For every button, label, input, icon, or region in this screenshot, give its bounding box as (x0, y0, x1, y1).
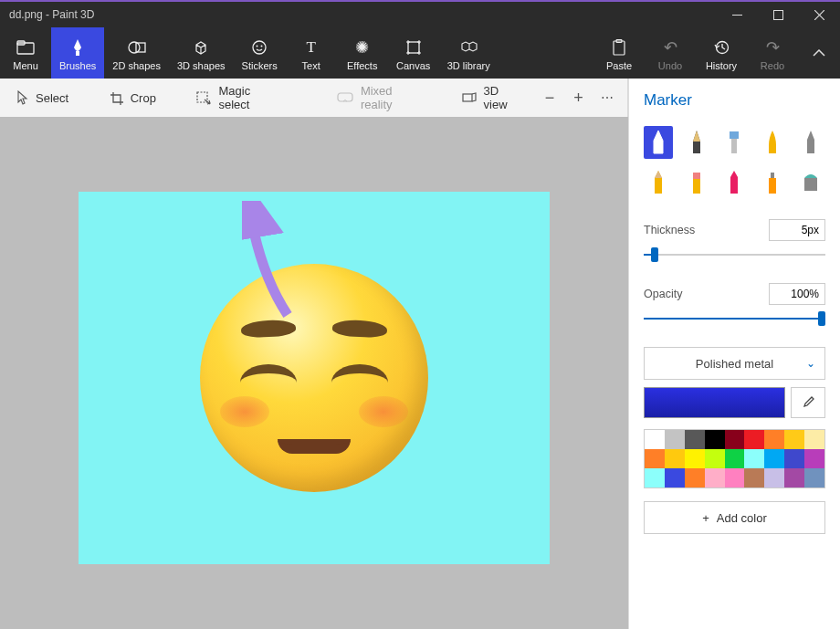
canvas-area[interactable] (0, 117, 628, 629)
palette-swatch[interactable] (705, 449, 725, 468)
canvas-tab[interactable]: Canvas (388, 27, 439, 79)
redo-label: Redo (761, 60, 784, 71)
svg-rect-23 (804, 178, 817, 191)
text-tab[interactable]: T Text (286, 27, 337, 79)
thickness-input[interactable] (769, 219, 825, 241)
3d-view-button[interactable]: 3D view (452, 84, 530, 111)
current-color-swatch[interactable] (644, 387, 785, 418)
crop-button[interactable]: Crop (100, 84, 165, 111)
palette-swatch[interactable] (645, 430, 665, 449)
canvas[interactable] (79, 192, 550, 564)
palette-swatch[interactable] (725, 468, 745, 487)
palette-swatch[interactable] (804, 449, 824, 468)
thickness-slider[interactable] (644, 246, 825, 263)
palette-swatch[interactable] (705, 468, 725, 487)
ribbon: Menu Brushes 2D shapes 3D shapes Sticker… (0, 27, 840, 79)
palette-swatch[interactable] (764, 430, 784, 449)
palette-swatch[interactable] (685, 468, 705, 487)
brush-marker[interactable] (644, 126, 673, 159)
collapse-ribbon-button[interactable] (798, 27, 840, 79)
add-color-button[interactable]: + Add color (644, 501, 825, 534)
effects-tab[interactable]: ✺ Effects (337, 27, 388, 79)
svg-rect-17 (730, 131, 739, 139)
brush-pixel[interactable] (796, 126, 825, 159)
opacity-slider[interactable] (644, 310, 825, 327)
minimize-button[interactable] (717, 2, 758, 27)
zoom-out-button[interactable]: − (537, 84, 562, 111)
palette-swatch[interactable] (665, 468, 685, 487)
palette-swatch[interactable] (705, 430, 725, 449)
svg-rect-20 (693, 179, 700, 194)
brush-crayon[interactable] (720, 166, 750, 199)
magic-select-label: Magic select (218, 84, 278, 111)
palette-swatch[interactable] (665, 449, 685, 468)
svg-rect-21 (769, 178, 776, 194)
add-color-label: Add color (717, 511, 767, 525)
3d-library-tab[interactable]: 3D library (439, 27, 499, 79)
palette-swatch[interactable] (744, 449, 764, 468)
palette-swatch[interactable] (744, 430, 764, 449)
paste-button[interactable]: Paste (593, 27, 645, 79)
3d-shapes-tab[interactable]: 3D shapes (169, 27, 234, 79)
redo-button[interactable]: ↷ Redo (747, 27, 798, 79)
magic-select-button[interactable]: Magic select (187, 84, 287, 111)
plus-icon: + (702, 511, 709, 525)
material-value: Polished metal (696, 357, 773, 371)
history-button[interactable]: History (696, 27, 747, 79)
svg-point-9 (261, 45, 263, 47)
palette-swatch[interactable] (784, 468, 804, 487)
zoom-in-button[interactable]: + (566, 84, 592, 111)
palette-swatch[interactable] (685, 449, 705, 468)
svg-rect-0 (732, 15, 742, 16)
palette-swatch[interactable] (665, 430, 685, 449)
close-button[interactable] (799, 2, 840, 27)
material-select[interactable]: Polished metal ⌄ (644, 347, 825, 380)
svg-point-5 (129, 42, 140, 53)
stickers-tab[interactable]: Stickers (234, 27, 286, 79)
palette-swatch[interactable] (685, 430, 705, 449)
palette-swatch[interactable] (725, 449, 745, 468)
brush-watercolor[interactable] (758, 126, 787, 159)
palette-swatch[interactable] (804, 430, 824, 449)
svg-rect-18 (731, 139, 737, 153)
palette-swatch[interactable] (764, 468, 784, 487)
brush-fill[interactable] (796, 166, 825, 199)
window-buttons (717, 2, 840, 27)
thickness-label: Thickness (644, 224, 695, 236)
brushes-tab[interactable]: Brushes (51, 27, 104, 79)
secondary-toolbar: Select Crop Magic select Mixed reality 3… (0, 79, 628, 117)
shapes-3d-icon (193, 37, 209, 58)
brush-grid (644, 126, 825, 199)
more-button[interactable]: ⋯ (594, 84, 620, 111)
select-button[interactable]: Select (7, 84, 78, 111)
2d-shapes-label: 2D shapes (112, 60, 161, 71)
palette-swatch[interactable] (764, 449, 784, 468)
select-label: Select (36, 91, 68, 105)
palette-swatch[interactable] (784, 449, 804, 468)
menu-label: Menu (13, 60, 38, 71)
svg-rect-10 (408, 42, 419, 53)
palette-swatch[interactable] (725, 430, 745, 449)
2d-shapes-tab[interactable]: 2D shapes (104, 27, 169, 79)
brush-eraser[interactable] (682, 166, 711, 199)
brush-oil[interactable] (720, 126, 750, 159)
brushes-label: Brushes (59, 60, 96, 71)
eyedropper-button[interactable] (791, 387, 825, 418)
palette-swatch[interactable] (744, 468, 764, 487)
3d-view-label: 3D view (484, 84, 521, 111)
palette-swatch[interactable] (645, 449, 665, 468)
brush-pencil[interactable] (644, 166, 673, 199)
palette-swatch[interactable] (784, 430, 804, 449)
folder-icon (16, 37, 35, 58)
maximize-button[interactable] (758, 2, 799, 27)
brush-spray[interactable] (758, 166, 787, 199)
sidebar-title: Marker (644, 91, 825, 110)
undo-button[interactable]: ↶ Undo (645, 27, 696, 79)
palette-swatch[interactable] (804, 468, 824, 487)
menu-button[interactable]: Menu (0, 27, 51, 79)
opacity-input[interactable] (769, 283, 825, 305)
brush-calligraphy[interactable] (682, 126, 711, 159)
effects-label: Effects (347, 60, 377, 71)
palette-swatch[interactable] (645, 468, 665, 487)
svg-rect-19 (693, 173, 700, 179)
